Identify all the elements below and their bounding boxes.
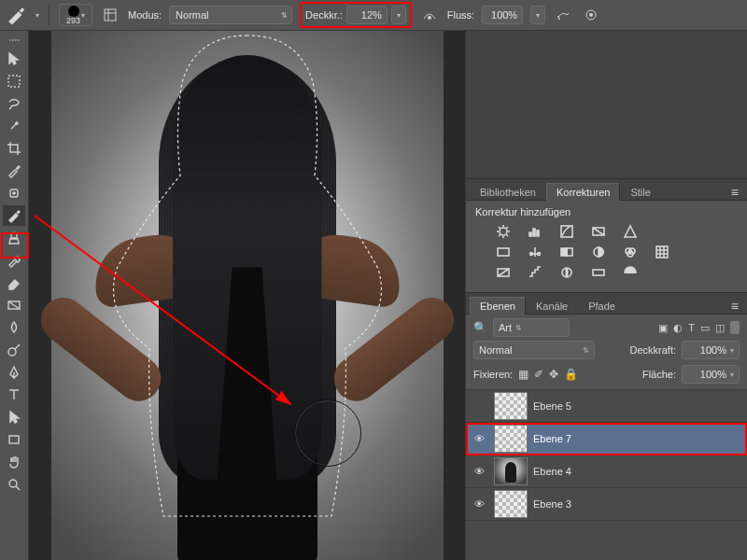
path-selection-tool[interactable]: [3, 407, 25, 427]
filter-adjust-icon[interactable]: ◐: [673, 322, 683, 334]
brightness-contrast-icon[interactable]: [494, 223, 513, 240]
rectangle-tool[interactable]: [3, 429, 25, 450]
layer-name[interactable]: Ebene 7: [533, 433, 743, 444]
layer-thumbnail[interactable]: [494, 425, 528, 453]
svg-rect-28: [593, 270, 604, 275]
eraser-tool[interactable]: [3, 273, 25, 293]
pressure-opacity-icon[interactable]: [419, 5, 440, 25]
invert-icon[interactable]: [494, 264, 513, 281]
exposure-icon[interactable]: [589, 223, 608, 240]
layer-blend-dropdown[interactable]: Normal ⇅: [473, 341, 595, 359]
move-tool[interactable]: [3, 49, 25, 69]
tab-paths[interactable]: Pfade: [578, 297, 626, 315]
lock-transparency-icon[interactable]: ▦: [518, 368, 529, 381]
color-lookup-icon[interactable]: [653, 244, 671, 260]
svg-rect-20: [567, 248, 572, 256]
layer-row[interactable]: 👁Ebene 7: [466, 423, 747, 455]
panel-grip[interactable]: [0, 36, 28, 44]
channel-mixer-icon[interactable]: [621, 244, 640, 260]
flow-field[interactable]: 100%: [482, 6, 523, 24]
filter-smart-icon[interactable]: ◫: [715, 322, 725, 334]
right-panels: Bibliotheken Korrekturen Stile ≡ Korrekt…: [465, 31, 747, 560]
chevron-down-icon: ▾: [536, 11, 540, 20]
airbrush-icon[interactable]: [553, 5, 573, 25]
tab-styles[interactable]: Stile: [620, 183, 660, 201]
tab-adjustments[interactable]: Korrekturen: [546, 183, 620, 201]
hand-tool[interactable]: [3, 452, 25, 472]
fill-opacity-field[interactable]: 100% ▾: [682, 365, 740, 384]
blur-tool[interactable]: [3, 317, 25, 338]
type-tool[interactable]: [3, 385, 25, 405]
layer-name[interactable]: Ebene 5: [533, 400, 743, 412]
lasso-tool[interactable]: [3, 93, 25, 114]
photo-filter-icon[interactable]: [589, 244, 608, 260]
layer-thumbnail[interactable]: [494, 457, 528, 485]
canvas-area[interactable]: [29, 31, 465, 560]
chevron-updown-icon: ⇅: [515, 324, 522, 332]
tab-layers[interactable]: Ebenen: [470, 297, 526, 315]
navigator-panel[interactable]: [466, 31, 747, 179]
layer-opacity-field[interactable]: 100% ▾: [682, 341, 740, 359]
filter-shape-icon[interactable]: ▭: [700, 322, 710, 334]
opacity-dropdown-button[interactable]: ▾: [391, 6, 406, 24]
black-white-icon[interactable]: [557, 244, 576, 260]
tool-preset-chevron-icon[interactable]: ▾: [35, 11, 39, 20]
visibility-toggle-icon[interactable]: 👁: [470, 498, 488, 510]
pressure-size-icon[interactable]: [581, 5, 601, 25]
panel-menu-icon[interactable]: ≡: [726, 299, 743, 314]
opacity-field[interactable]: 12%: [346, 6, 388, 24]
brush-tool[interactable]: [3, 205, 25, 226]
magic-wand-tool[interactable]: [3, 116, 25, 136]
layers-controls: 🔍 Art ⇅ ▣ ◐ T ▭ ◫ Normal: [466, 315, 747, 390]
search-icon[interactable]: 🔍: [473, 321, 487, 334]
gradient-map-icon[interactable]: [589, 264, 608, 281]
lock-position-icon[interactable]: ✥: [549, 368, 558, 381]
brush-cursor-preview: [294, 399, 361, 467]
layer-row[interactable]: 👁Ebene 4: [466, 455, 747, 488]
tab-libraries[interactable]: Bibliotheken: [470, 183, 546, 201]
layer-thumbnail[interactable]: [494, 490, 528, 518]
filter-image-icon[interactable]: ▣: [658, 322, 668, 334]
brush-size-readout: 293: [66, 17, 80, 25]
healing-brush-tool[interactable]: [3, 183, 25, 203]
vibrance-icon[interactable]: [621, 223, 640, 240]
history-brush-tool[interactable]: [3, 250, 25, 271]
lock-pixels-icon[interactable]: ✐: [534, 368, 543, 381]
layer-filter-dropdown[interactable]: Art ⇅: [493, 318, 570, 337]
layer-row[interactable]: 👁Ebene 3: [466, 488, 747, 521]
lock-label: Fixieren:: [473, 369, 513, 380]
brush-panel-toggle-icon[interactable]: [100, 5, 120, 25]
adjustments-panel: Korrektur hinzufügen: [466, 201, 747, 293]
tab-channels[interactable]: Kanäle: [526, 297, 578, 315]
pen-tool[interactable]: [3, 362, 25, 383]
divider: [49, 5, 49, 25]
eyedropper-tool[interactable]: [3, 161, 25, 181]
visibility-toggle-icon[interactable]: 👁: [470, 433, 488, 444]
filter-type-icon[interactable]: T: [688, 322, 695, 333]
blend-mode-dropdown[interactable]: Normal ⇅: [169, 6, 292, 24]
lock-all-icon[interactable]: 🔒: [564, 368, 578, 381]
hue-saturation-icon[interactable]: [494, 244, 513, 260]
curves-icon[interactable]: [557, 223, 576, 240]
posterize-icon[interactable]: [526, 264, 544, 281]
color-balance-icon[interactable]: [526, 244, 544, 260]
zoom-tool[interactable]: [3, 474, 25, 495]
crop-tool[interactable]: [3, 138, 25, 159]
gradient-tool[interactable]: [3, 295, 25, 315]
filter-toggle[interactable]: [730, 321, 740, 334]
layer-thumbnail[interactable]: [494, 392, 528, 420]
threshold-icon[interactable]: [557, 264, 576, 281]
layer-name[interactable]: Ebene 3: [533, 498, 743, 510]
dodge-tool[interactable]: [3, 340, 25, 360]
document-canvas[interactable]: [51, 31, 444, 560]
marquee-tool[interactable]: [3, 71, 25, 91]
clone-stamp-tool[interactable]: [3, 228, 25, 248]
visibility-toggle-icon[interactable]: 👁: [470, 466, 488, 477]
flow-dropdown-button[interactable]: ▾: [530, 6, 545, 24]
layer-name[interactable]: Ebene 4: [533, 466, 743, 477]
panel-menu-icon[interactable]: ≡: [726, 185, 743, 200]
brush-preset-picker[interactable]: 293 ▾: [59, 4, 92, 26]
levels-icon[interactable]: [526, 223, 544, 240]
selective-color-icon[interactable]: [621, 264, 640, 281]
layer-row[interactable]: Ebene 5: [466, 390, 747, 423]
